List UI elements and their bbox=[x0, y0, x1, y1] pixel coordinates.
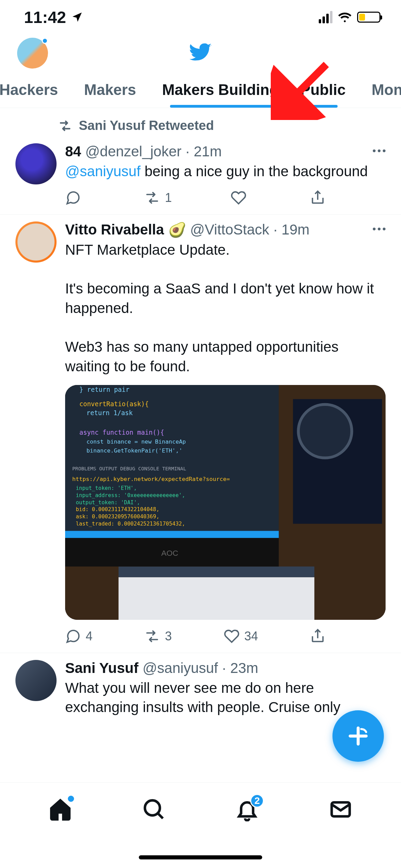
author-avatar[interactable] bbox=[15, 143, 57, 184]
retweet-icon bbox=[144, 190, 160, 206]
tweet-text: What you will never see me do on here ex… bbox=[65, 678, 386, 717]
author-avatar[interactable] bbox=[15, 660, 57, 701]
svg-point-24 bbox=[145, 800, 160, 816]
share-icon bbox=[310, 190, 326, 206]
tweet-media-image[interactable]: } return pair convertRatio(ask){ return … bbox=[65, 385, 386, 620]
status-bar: 11:42 bbox=[0, 0, 401, 34]
timestamp: 23m bbox=[230, 660, 258, 676]
svg-text:PROBLEMS  OUTPUT  DEBUG CONSOL: PROBLEMS OUTPUT DEBUG CONSOLE TERMINAL bbox=[72, 466, 186, 471]
social-context: Sani Yusuf Retweeted bbox=[0, 108, 401, 136]
tab-money[interactable]: Mone bbox=[359, 72, 401, 108]
tweet-text: NFT Marketplace Update. It's becoming a … bbox=[65, 240, 386, 376]
reply-icon bbox=[65, 190, 81, 206]
wifi-icon bbox=[337, 10, 352, 25]
new-activity-dot bbox=[42, 38, 48, 44]
mention-link[interactable]: @saniyusuf bbox=[65, 163, 141, 179]
svg-text:return 1/ask: return 1/ask bbox=[86, 409, 133, 416]
svg-rect-20 bbox=[119, 577, 314, 619]
svg-point-19 bbox=[298, 404, 352, 458]
svg-text:} return pair: } return pair bbox=[80, 386, 130, 393]
share-icon bbox=[310, 628, 326, 644]
tweet-header: Sani Yusuf @saniyusuf · 23m bbox=[65, 660, 386, 676]
reply-button[interactable] bbox=[65, 190, 86, 206]
svg-text:bid: 0.000231174322104048,: bid: 0.000231174322104048, bbox=[76, 506, 159, 513]
timestamp: 21m bbox=[194, 143, 222, 160]
heart-icon bbox=[224, 628, 240, 644]
reply-button[interactable]: 4 bbox=[65, 628, 93, 644]
more-button[interactable]: ••• bbox=[372, 145, 387, 157]
tweet-text: @saniyusuf being a nice guy in the backg… bbox=[65, 162, 386, 181]
timestamp: 19m bbox=[281, 221, 309, 238]
tab-hackers[interactable]: Hackers bbox=[0, 72, 71, 108]
compose-icon bbox=[346, 724, 370, 748]
share-button[interactable] bbox=[310, 190, 326, 206]
retweet-button[interactable]: 1 bbox=[144, 190, 172, 206]
location-arrow-icon bbox=[71, 11, 83, 23]
nav-messages[interactable] bbox=[329, 797, 353, 823]
share-button[interactable] bbox=[310, 628, 326, 644]
svg-text:output_token: 'DAI',: output_token: 'DAI', bbox=[76, 499, 140, 505]
svg-text:binance.GetTokenPair('ETH',': binance.GetTokenPair('ETH',' bbox=[86, 447, 182, 454]
tweet[interactable]: 84 @denzel_joker · 21m @saniyusuf being … bbox=[0, 136, 401, 215]
tweet[interactable]: Vitto Rivabella 🥑 @VittoStack · 19m NFT … bbox=[0, 215, 401, 653]
svg-text:convertRatio(ask){: convertRatio(ask){ bbox=[80, 400, 149, 408]
svg-text:async function main(){: async function main(){ bbox=[80, 429, 165, 436]
svg-text:input_token: 'ETH',: input_token: 'ETH', bbox=[76, 485, 137, 491]
retweet-icon bbox=[58, 119, 72, 133]
handle[interactable]: @saniyusuf bbox=[143, 660, 218, 676]
notifications-badge: 2 bbox=[250, 794, 264, 808]
tweet[interactable]: Sani Yusuf @saniyusuf · 23m What you wil… bbox=[0, 653, 401, 726]
heart-icon bbox=[231, 190, 246, 206]
status-time: 11:42 bbox=[24, 8, 66, 27]
tweet-actions: 4 3 34 bbox=[65, 628, 326, 644]
svg-text:https://api.kyber.network/expe: https://api.kyber.network/expectedRate?s… bbox=[72, 476, 230, 482]
reply-icon bbox=[65, 628, 81, 644]
like-button[interactable] bbox=[231, 190, 251, 206]
display-name[interactable]: Vitto Rivabella bbox=[65, 221, 164, 238]
more-button[interactable]: ••• bbox=[372, 223, 387, 235]
envelope-icon bbox=[329, 797, 353, 821]
avocado-emoji: 🥑 bbox=[168, 221, 186, 238]
app-header bbox=[0, 34, 401, 72]
retweet-icon bbox=[144, 628, 160, 644]
cellular-signal-icon bbox=[319, 11, 332, 23]
nav-notifications[interactable]: 2 bbox=[235, 797, 259, 823]
tab-makers-building-in-public[interactable]: Makers Building in Public bbox=[149, 72, 359, 108]
home-new-dot bbox=[68, 796, 74, 802]
svg-text:input_address: '0xeeeeeeeeeeee: input_address: '0xeeeeeeeeeeeeee', bbox=[76, 492, 185, 498]
tweet-header: Vitto Rivabella 🥑 @VittoStack · 19m bbox=[65, 221, 386, 238]
retweet-button[interactable]: 3 bbox=[144, 628, 172, 644]
handle[interactable]: @VittoStack bbox=[190, 221, 269, 238]
svg-rect-21 bbox=[119, 566, 314, 577]
svg-text:const binance = new BinanceAp: const binance = new BinanceAp bbox=[86, 438, 186, 445]
tweet-actions: 1 bbox=[65, 190, 326, 206]
tweet-header: 84 @denzel_joker · 21m bbox=[65, 143, 386, 160]
tab-makers[interactable]: Makers bbox=[71, 72, 149, 108]
svg-rect-3 bbox=[65, 531, 279, 538]
search-icon bbox=[142, 797, 166, 821]
battery-icon bbox=[357, 12, 380, 23]
svg-text:ask: 0.000232095760040369,: ask: 0.000232095760040369, bbox=[76, 514, 159, 520]
home-indicator bbox=[139, 855, 262, 859]
compose-tweet-button[interactable] bbox=[332, 710, 384, 762]
nav-home[interactable] bbox=[48, 797, 72, 823]
nav-search[interactable] bbox=[142, 797, 166, 823]
lists-tabs: Hackers Makers Makers Building in Public… bbox=[0, 72, 401, 108]
profile-avatar-button[interactable] bbox=[17, 38, 48, 69]
like-button[interactable]: 34 bbox=[224, 628, 258, 644]
social-context-text: Sani Yusuf Retweeted bbox=[79, 118, 214, 133]
display-name[interactable]: Sani Yusuf bbox=[65, 660, 138, 676]
handle[interactable]: @denzel_joker bbox=[85, 143, 182, 160]
display-name[interactable]: 84 bbox=[65, 143, 81, 160]
twitter-logo-icon[interactable] bbox=[189, 40, 212, 66]
author-avatar[interactable] bbox=[15, 221, 57, 263]
bottom-navigation: 2 bbox=[0, 782, 401, 868]
svg-text:AOC: AOC bbox=[161, 548, 179, 557]
svg-text:last_traded: 0.000242521361705: last_traded: 0.000242521361705432, bbox=[76, 521, 185, 527]
